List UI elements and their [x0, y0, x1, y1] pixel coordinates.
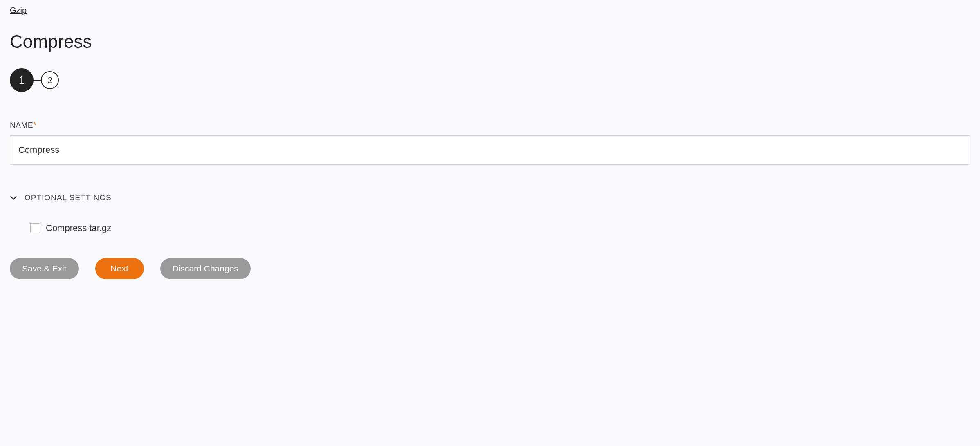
step-1[interactable]: 1: [10, 68, 34, 92]
name-label-text: NAME: [10, 121, 33, 129]
required-asterisk: *: [33, 121, 36, 129]
discard-changes-button[interactable]: Discard Changes: [160, 258, 251, 279]
wizard-stepper: 1 2: [10, 68, 970, 92]
name-field-label: NAME*: [10, 121, 970, 130]
name-input[interactable]: [10, 135, 970, 165]
save-exit-button[interactable]: Save & Exit: [10, 258, 79, 279]
optional-settings-label: OPTIONAL SETTINGS: [25, 193, 112, 202]
page-title: Compress: [10, 31, 970, 52]
next-button[interactable]: Next: [95, 258, 144, 279]
step-2[interactable]: 2: [41, 71, 59, 89]
compress-targz-checkbox[interactable]: [30, 223, 40, 233]
compress-targz-label: Compress tar.gz: [46, 223, 111, 233]
action-buttons: Save & Exit Next Discard Changes: [10, 258, 970, 279]
optional-settings-toggle[interactable]: OPTIONAL SETTINGS: [10, 193, 970, 202]
step-connector: [34, 80, 41, 81]
chevron-down-icon: [10, 194, 17, 202]
breadcrumb-gzip[interactable]: Gzip: [10, 6, 27, 15]
compress-targz-row: Compress tar.gz: [30, 223, 970, 233]
